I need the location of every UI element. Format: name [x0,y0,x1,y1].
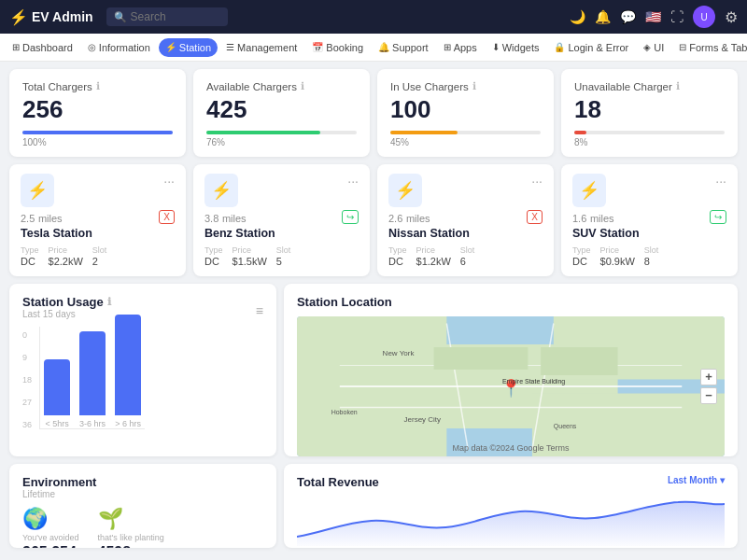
ui-icon: ◈ [643,42,651,52]
forms-icon: ⊟ [679,42,686,52]
svg-text:Jersey City: Jersey City [403,414,441,423]
menu-widgets[interactable]: ⬇ Widgets [486,38,546,57]
station-menu-3[interactable]: ··· [715,174,726,189]
login-icon: 🔒 [554,42,565,52]
stat-bar-bg-unavailable [574,131,725,134]
svg-text:Hoboken: Hoboken [331,409,358,415]
map-watermark: Map data ©2024 Google Terms [452,443,569,453]
menu-label-management: Management [237,42,297,53]
menu-dashboard[interactable]: ⊞ Dashboard [6,38,79,57]
chat-icon[interactable]: 💬 [620,9,636,24]
search-input[interactable] [131,10,224,23]
stat-inuse-chargers: In Use Chargers ℹ 100 45% [377,69,554,157]
stat-bar-fill-inuse [390,131,458,134]
station-meta-3: TypeDC Price$0.9kW Slot8 [572,245,726,267]
station-name-0: Tesla Station [21,227,175,240]
svg-rect-10 [434,347,529,370]
stat-label-unavailable: Unavailable Charger ℹ [574,80,725,92]
settings-icon[interactable]: ⚙ [725,8,738,26]
station-icon-1: ⚡ [204,174,238,207]
menu-station[interactable]: ⚡ Station [159,38,218,57]
svg-text:Queens: Queens [554,423,577,430]
menu-label-station: Station [179,42,211,53]
menu-login-error[interactable]: 🔒 Login & Error [547,38,635,57]
menu-support[interactable]: 🔔 Support [372,38,435,57]
top-navbar: ⚡ EV Admin 🔍 🌙 🔔 💬 🇺🇸 ⛶ U ⚙ [0,0,747,34]
station-miles-2: 2.6 miles [388,211,430,225]
station-menu-2[interactable]: ··· [531,174,543,189]
bar-2 [115,315,141,415]
stat-bar-bg-total [22,131,173,134]
env-planted-value: 4598 [98,544,132,548]
station-meta-2: TypeDC Price$1.2kW Slot6 [388,245,543,267]
menu-label-ui: UI [654,42,664,53]
info-icon-available[interactable]: ℹ [301,80,304,92]
stat-available-chargers: Available Chargers ℹ 425 76% [193,69,370,157]
station-menu-0[interactable]: ··· [163,174,175,189]
env-avoided-label: You've avoided [22,533,78,542]
info-icon-usage[interactable]: ℹ [107,296,111,308]
bar-col-0: < 5hrs [44,359,70,428]
info-icon-menu: ◎ [88,42,96,52]
topnav-icons: 🌙 🔔 💬 🇺🇸 ⛶ U ⚙ [570,6,738,28]
stat-pct-unavailable: 8% [574,137,725,147]
logo-icon: ⚡ [9,8,28,26]
rev-title: Total Revenue Last Month ▾ [297,475,725,489]
menu-forms-table[interactable]: ⊟ Forms & Table [672,38,747,57]
fullscreen-icon[interactable]: ⛶ [670,9,684,24]
station-badge-1: ↪ [342,210,359,224]
bar-chart-container: 36 27 18 9 0 < 5hrs 3-6 hrs [22,327,263,429]
map-placeholder[interactable]: 📍 New York Empire State Building Jersey … [297,316,725,456]
stat-bar-fill-total [22,131,173,134]
map-zoom-out[interactable]: − [700,387,717,404]
menu-management[interactable]: ☰ Management [219,38,303,57]
chart-map-section: Station Usage ℹ Last 15 days ≡ 36 27 18 … [9,284,738,456]
avatar[interactable]: U [693,6,715,28]
station-name-1: Benz Station [204,227,359,240]
station-card-top-0: ⚡ ··· [21,174,175,207]
globe-icon: 🌍 [22,507,48,531]
stat-label-total: Total Chargers ℹ [22,80,173,92]
station-name-3: SUV Station [572,227,726,240]
env-rev-section: Environment Lifetime 🌍 You've avoided 36… [9,464,738,548]
map-zoom-in[interactable]: + [700,369,717,385]
stat-label-inuse: In Use Chargers ℹ [390,80,541,92]
stat-pct-available: 76% [206,137,357,147]
station-cards-row: ⚡ ··· 2.5 miles X Tesla Station TypeDC P… [9,164,738,276]
env-col-avoided: 🌍 You've avoided 365,254 greenhouse gas [22,507,83,548]
station-card-top-1: ⚡ ··· [204,174,359,207]
station-icon-3: ⚡ [572,174,606,207]
station-name-2: Nissan Station [388,227,543,240]
station-icon: ⚡ [165,42,176,52]
bar-1 [79,331,106,415]
rev-period-link[interactable]: Last Month ▾ [668,475,725,489]
info-icon-inuse[interactable]: ℹ [472,80,476,92]
main-content: Total Chargers ℹ 256 100% Available Char… [0,62,747,560]
moon-icon[interactable]: 🌙 [570,9,585,24]
info-icon-total[interactable]: ℹ [96,80,100,92]
station-miles-0: 2.5 miles [21,211,63,225]
station-card-0: ⚡ ··· 2.5 miles X Tesla Station TypeDC P… [9,164,186,276]
station-card-1: ⚡ ··· 3.8 miles ↪ Benz Station TypeDC Pr… [193,164,370,276]
bell-icon[interactable]: 🔔 [595,9,611,24]
chart-menu-icon[interactable]: ≡ [256,303,263,318]
stat-pct-total: 100% [22,137,173,147]
menu-information[interactable]: ◎ Information [81,38,157,57]
search-bar[interactable]: 🔍 [106,7,228,26]
menu-booking[interactable]: 📅 Booking [305,38,370,57]
svg-text:New York: New York [383,349,416,357]
info-icon-unavailable[interactable]: ℹ [676,80,680,92]
flag-icon[interactable]: 🇺🇸 [645,9,661,24]
menu-label-booking: Booking [326,42,363,53]
bar-col-2: > 6 hrs [115,315,141,428]
stat-bar-fill-available [206,131,320,134]
y-axis: 36 27 18 9 0 [22,327,35,429]
stat-bar-fill-unavailable [574,131,586,134]
station-menu-1[interactable]: ··· [347,174,359,189]
menu-ui[interactable]: ◈ UI [637,38,670,57]
stat-cards-row: Total Chargers ℹ 256 100% Available Char… [9,69,738,157]
svg-text:Empire State Building: Empire State Building [502,378,565,385]
menu-label-apps: Apps [454,42,477,53]
management-icon: ☰ [226,42,234,52]
menu-apps[interactable]: ⊞ Apps [437,38,484,57]
